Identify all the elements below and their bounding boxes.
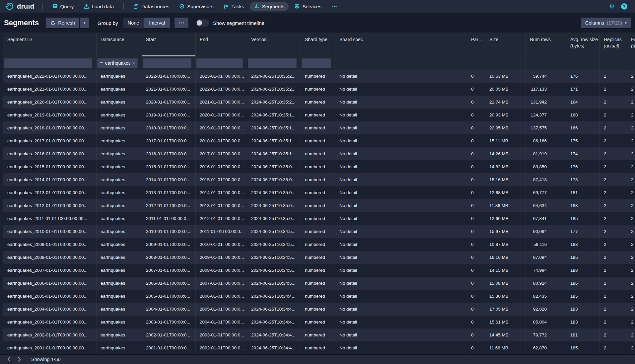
cell-datasource[interactable]: earthquakes bbox=[97, 316, 142, 328]
cell-end[interactable]: 2022-01-01T00:00:0... bbox=[196, 83, 247, 96]
help-icon[interactable]: ? bbox=[621, 3, 628, 10]
cell-end[interactable]: 2018-01-01T00:00:0... bbox=[196, 134, 247, 147]
cell-replicas[interactable]: 2 bbox=[600, 212, 627, 225]
cell-replicas[interactable]: 2 bbox=[600, 109, 627, 121]
cell-factor[interactable]: 2 bbox=[627, 264, 635, 277]
table-row[interactable]: earthquakes_2001-01-01T00:00:00.00...ear… bbox=[3, 341, 635, 354]
cell-shard_type[interactable]: numbered bbox=[301, 121, 335, 134]
cell-shard_type[interactable]: numbered bbox=[301, 277, 335, 290]
cell-shard_type[interactable]: numbered bbox=[301, 212, 335, 225]
cell-avg_row_size[interactable]: 171 bbox=[566, 83, 600, 96]
cell-shard_type[interactable]: numbered bbox=[301, 134, 335, 147]
cell-avg_row_size[interactable]: 185 bbox=[566, 341, 600, 354]
cell-shard_spec[interactable]: No detail bbox=[335, 173, 467, 186]
table-row[interactable]: earthquakes_2014-01-01T00:00:00.00...ear… bbox=[3, 173, 635, 186]
cell-start[interactable]: 2001-01-01T00:00:0... bbox=[142, 341, 196, 354]
cell-size[interactable]: 22.95 MB bbox=[485, 121, 526, 134]
cell-partition[interactable]: 0 bbox=[467, 199, 485, 212]
cell-num_rows[interactable]: 59,116 bbox=[526, 238, 566, 251]
column-header-segment_id[interactable]: Segment ID bbox=[3, 33, 97, 56]
cell-version[interactable]: 2024-06-25T10:34:5... bbox=[247, 251, 301, 264]
cell-size[interactable]: 20.93 MB bbox=[485, 109, 526, 121]
cell-shard_spec[interactable]: No detail bbox=[335, 186, 467, 199]
cell-replicas[interactable]: 2 bbox=[600, 341, 627, 354]
cell-start[interactable]: 2011-01-01T00:00:0... bbox=[142, 212, 196, 225]
cell-size[interactable]: 15.08 MB bbox=[485, 277, 526, 290]
column-header-end[interactable]: End bbox=[196, 33, 247, 56]
cell-avg_row_size[interactable]: 173 bbox=[566, 173, 600, 186]
group-by-none-button[interactable]: None bbox=[123, 18, 144, 28]
cell-shard_spec[interactable]: No detail bbox=[335, 328, 467, 341]
cell-segment_id[interactable]: earthquakes_2006-01-01T00:00:00.00... bbox=[3, 277, 97, 290]
cell-factor[interactable]: 2 bbox=[627, 341, 635, 354]
cell-version[interactable]: 2024-06-25T10:35:1... bbox=[247, 147, 301, 160]
cell-version[interactable]: 2024-06-25T10:34:5... bbox=[247, 277, 301, 290]
cell-segment_id[interactable]: earthquakes_2003-01-01T00:00:00.00... bbox=[3, 316, 97, 328]
cell-datasource[interactable]: earthquakes bbox=[97, 109, 142, 121]
cell-size[interactable]: 15.30 MB bbox=[485, 290, 526, 303]
cell-partition[interactable]: 0 bbox=[467, 290, 485, 303]
cell-avg_row_size[interactable]: 176 bbox=[566, 160, 600, 173]
cell-start[interactable]: 2015-01-01T00:00:0... bbox=[142, 160, 196, 173]
cell-end[interactable]: 2007-01-01T00:00:0... bbox=[196, 277, 247, 290]
cell-end[interactable]: 2021-01-01T00:00:0... bbox=[196, 96, 247, 109]
cell-factor[interactable]: 2 bbox=[627, 251, 635, 264]
cell-num_rows[interactable]: 90,064 bbox=[526, 225, 566, 238]
cell-shard_spec[interactable]: No detail bbox=[335, 109, 467, 121]
cell-avg_row_size[interactable]: 177 bbox=[566, 225, 600, 238]
refresh-button[interactable]: Refresh bbox=[46, 18, 79, 28]
cell-factor[interactable]: 2 bbox=[627, 277, 635, 290]
cell-datasource[interactable]: earthquakes bbox=[97, 83, 142, 96]
cell-datasource[interactable]: earthquakes bbox=[97, 147, 142, 160]
cell-shard_spec[interactable]: No detail bbox=[335, 70, 467, 83]
nav-more-button[interactable] bbox=[327, 2, 342, 11]
cell-version[interactable]: 2024-06-25T10:34:5... bbox=[247, 238, 301, 251]
cell-datasource[interactable]: earthquakes bbox=[97, 96, 142, 109]
more-actions-button[interactable] bbox=[175, 18, 188, 28]
cell-partition[interactable]: 0 bbox=[467, 328, 485, 341]
column-header-partition[interactable]: Partition bbox=[467, 33, 485, 56]
cell-size[interactable]: 11.68 MB bbox=[485, 341, 526, 354]
cell-num_rows[interactable]: 74,994 bbox=[526, 264, 566, 277]
cell-start[interactable]: 2010-01-01T00:00:0... bbox=[142, 225, 196, 238]
cell-datasource[interactable]: earthquakes bbox=[97, 186, 142, 199]
cell-start[interactable]: 2004-01-01T00:00:0... bbox=[142, 303, 196, 316]
table-row[interactable]: earthquakes_2018-01-01T00:00:00.00...ear… bbox=[3, 121, 635, 134]
table-row[interactable]: earthquakes_2004-01-01T00:00:00.00...ear… bbox=[3, 303, 635, 316]
cell-end[interactable]: 2020-01-01T00:00:0... bbox=[196, 109, 247, 121]
table-row[interactable]: earthquakes_2017-01-01T00:00:00.00...ear… bbox=[3, 134, 635, 147]
cell-num_rows[interactable]: 87,094 bbox=[526, 251, 566, 264]
cell-partition[interactable]: 0 bbox=[467, 341, 485, 354]
cell-segment_id[interactable]: earthquakes_2012-01-01T00:00:00.00... bbox=[3, 199, 97, 212]
table-row[interactable]: earthquakes_2013-01-01T00:00:00.00...ear… bbox=[3, 186, 635, 199]
cell-num_rows[interactable]: 137,575 bbox=[526, 121, 566, 134]
cell-version[interactable]: 2024-06-25T10:35:0... bbox=[247, 186, 301, 199]
table-row[interactable]: earthquakes_2020-01-01T00:00:00.00...ear… bbox=[3, 96, 635, 109]
cell-shard_spec[interactable]: No detail bbox=[335, 251, 467, 264]
cell-shard_spec[interactable]: No detail bbox=[335, 225, 467, 238]
cell-replicas[interactable]: 2 bbox=[600, 199, 627, 212]
cell-size[interactable]: 15.97 MB bbox=[485, 225, 526, 238]
cell-avg_row_size[interactable]: 183 bbox=[566, 303, 600, 316]
cell-replicas[interactable]: 2 bbox=[600, 303, 627, 316]
cell-factor[interactable]: 2 bbox=[627, 121, 635, 134]
cell-shard_spec[interactable]: No detail bbox=[335, 83, 467, 96]
cell-partition[interactable]: 0 bbox=[467, 186, 485, 199]
cell-partition[interactable]: 0 bbox=[467, 160, 485, 173]
cell-replicas[interactable]: 2 bbox=[600, 186, 627, 199]
cell-end[interactable]: 2002-01-01T00:00:0... bbox=[196, 341, 247, 354]
refresh-dropdown-button[interactable]: ▾ bbox=[80, 18, 89, 28]
cell-avg_row_size[interactable]: 174 bbox=[566, 147, 600, 160]
cell-version[interactable]: 2024-06-25T10:34:4... bbox=[247, 341, 301, 354]
cell-segment_id[interactable]: earthquakes_2009-01-01T00:00:00.00... bbox=[3, 238, 97, 251]
nav-item-load-data[interactable]: Load data bbox=[79, 2, 118, 11]
cell-start[interactable]: 2006-01-01T00:00:0... bbox=[142, 277, 196, 290]
cell-num_rows[interactable]: 62,870 bbox=[526, 341, 566, 354]
cell-datasource[interactable]: earthquakes bbox=[97, 121, 142, 134]
cell-shard_spec[interactable]: No detail bbox=[335, 303, 467, 316]
cell-size[interactable]: 15.16 MB bbox=[485, 173, 526, 186]
cell-datasource[interactable]: earthquakes bbox=[97, 290, 142, 303]
cell-replicas[interactable]: 2 bbox=[600, 121, 627, 134]
cell-factor[interactable]: 2 bbox=[627, 303, 635, 316]
cell-avg_row_size[interactable]: 168 bbox=[566, 109, 600, 121]
